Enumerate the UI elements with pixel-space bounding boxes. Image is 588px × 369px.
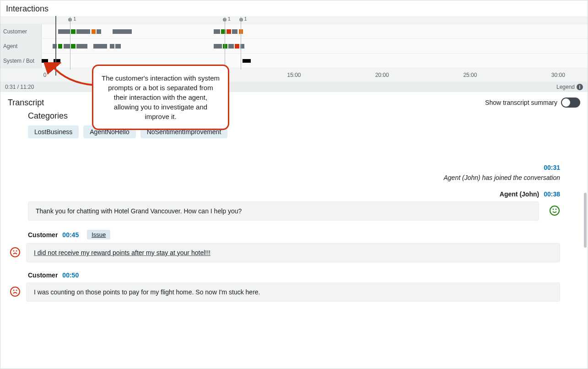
legend-button[interactable]: Legend i <box>556 84 583 90</box>
scrollbar[interactable] <box>584 193 587 248</box>
message-customer: Customer 00:45 Issue I did not receive m… <box>28 230 560 262</box>
svg-point-6 <box>11 287 20 296</box>
callout-box: The customer's interaction with system p… <box>92 65 229 130</box>
toggle-label: Show transcript summary <box>485 99 557 106</box>
message-agent: Agent (John) 00:38 Thank you for chattin… <box>28 190 560 221</box>
system-event: 00:31 Agent (John) has joined the conver… <box>28 164 560 181</box>
svg-point-5 <box>16 250 17 251</box>
svg-point-2 <box>556 209 556 209</box>
interactions-title: Interactions <box>0 0 588 16</box>
svg-point-0 <box>550 206 559 215</box>
timeline-row-agent: Agent <box>0 39 588 54</box>
transcript-title: Transcript <box>8 98 44 108</box>
category-pill[interactable]: LostBusiness <box>28 125 79 138</box>
app-container: Interactions 1 1 1 <box>0 0 588 369</box>
message-bubble[interactable]: I was counting on those points to pay fo… <box>26 282 560 302</box>
timeline-row-customer: Customer <box>0 24 588 39</box>
svg-point-3 <box>11 248 20 257</box>
timeline-marker-row: 1 1 1 <box>0 17 588 24</box>
svg-point-1 <box>553 209 554 209</box>
sentiment-negative-icon <box>10 247 21 259</box>
message-bubble[interactable]: Thank you for chatting with Hotel Grand … <box>28 201 539 221</box>
summary-toggle[interactable] <box>561 98 580 108</box>
svg-point-4 <box>14 250 14 251</box>
message-bubble[interactable]: I did not receive my reward points after… <box>26 243 560 262</box>
message-customer: Customer 00:50 I was counting on those p… <box>28 271 560 302</box>
info-icon: i <box>577 84 583 90</box>
transcript-body: 00:31 Agent (John) has joined the conver… <box>0 164 588 320</box>
svg-point-8 <box>16 290 17 290</box>
playback-position: 0:31 / 11:20 <box>5 84 34 90</box>
sentiment-negative-icon <box>10 286 21 298</box>
callout-arrow <box>44 62 99 94</box>
sentiment-positive-icon <box>549 205 560 217</box>
issue-tag[interactable]: Issue <box>87 230 110 239</box>
svg-point-7 <box>14 290 14 290</box>
